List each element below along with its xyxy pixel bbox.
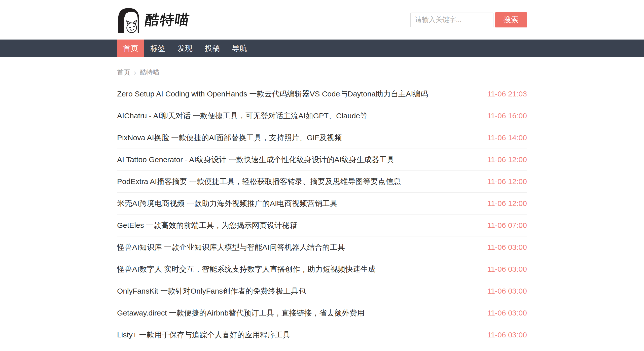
post-time: 11-06 03:00 [487, 265, 527, 273]
post-title-link[interactable]: AI Tattoo Generator - AI纹身设计 一款快速生成个性化纹身… [117, 155, 394, 165]
post-time: 11-06 14:00 [487, 133, 527, 142]
cat-logo-icon [117, 7, 140, 33]
post-title-link[interactable]: GetEles 一款高效的前端工具，为您揭示网页设计秘籍 [117, 220, 297, 231]
post-row: OnlyFansKit 一款针对OnlyFans创作者的免费终极工具包 11-0… [117, 280, 527, 302]
post-row: 米壳AI跨境电商视频 一款助力海外视频推广的AI电商视频营销工具 11-06 1… [117, 193, 527, 215]
breadcrumb-home-link[interactable]: 首页 [117, 68, 130, 77]
post-time: 11-06 03:00 [487, 287, 527, 295]
post-title-link[interactable]: Zero Setup AI Coding with OpenHands 一款云代… [117, 89, 428, 99]
post-title-link[interactable]: OnlyFansKit 一款针对OnlyFans创作者的免费终极工具包 [117, 286, 306, 296]
post-row: Getaway.direct 一款便捷的Airbnb替代预订工具，直接链接，省去… [117, 302, 527, 324]
post-list: Zero Setup AI Coding with OpenHands 一款云代… [117, 83, 527, 346]
post-title-link[interactable]: Getaway.direct 一款便捷的Airbnb替代预订工具，直接链接，省去… [117, 308, 365, 318]
post-row: AIChatru - AI聊天对话 一款便捷工具，可无登对话主流AI如GPT、C… [117, 105, 527, 127]
main-nav: 首页 标签 发现 投稿 导航 [0, 40, 644, 57]
post-row: PixNova AI换脸 一款便捷的AI面部替换工具，支持照片、GIF及视频 1… [117, 127, 527, 149]
post-title-link[interactable]: PixNova AI换脸 一款便捷的AI面部替换工具，支持照片、GIF及视频 [117, 133, 342, 143]
post-time: 11-06 03:00 [487, 309, 527, 317]
post-row: PodExtra AI播客摘要 一款便捷工具，轻松获取播客转录、摘要及思维导图等… [117, 171, 527, 193]
post-row: Listy+ 一款用于保存与追踪个人喜好的应用程序工具 11-06 03:00 [117, 324, 527, 346]
site-header: 酷特喵 搜索 [0, 0, 644, 40]
post-title-link[interactable]: 怪兽AI知识库 一款企业知识库大模型与智能AI问答机器人结合的工具 [117, 242, 345, 253]
post-time: 11-06 12:00 [487, 155, 527, 164]
breadcrumb: 首页 › 酷特喵 [117, 68, 527, 77]
post-title-link[interactable]: AIChatru - AI聊天对话 一款便捷工具，可无登对话主流AI如GPT、C… [117, 111, 368, 121]
post-row: AI Tattoo Generator - AI纹身设计 一款快速生成个性化纹身… [117, 149, 527, 171]
post-time: 11-06 07:00 [487, 221, 527, 230]
post-time: 11-06 16:00 [487, 112, 527, 120]
nav-item-home[interactable]: 首页 [117, 40, 144, 57]
search-button[interactable]: 搜索 [495, 12, 527, 27]
post-row: 怪兽AI知识库 一款企业知识库大模型与智能AI问答机器人结合的工具 11-06 … [117, 236, 527, 258]
post-time: 11-06 03:00 [487, 243, 527, 252]
post-time: 11-06 21:03 [487, 90, 527, 98]
breadcrumb-current: 酷特喵 [140, 68, 159, 77]
post-title-link[interactable]: Listy+ 一款用于保存与追踪个人喜好的应用程序工具 [117, 330, 290, 340]
post-time: 11-06 03:00 [487, 331, 527, 339]
nav-item-submit[interactable]: 投稿 [199, 40, 226, 57]
nav-item-discover[interactable]: 发现 [171, 40, 199, 57]
post-title-link[interactable]: 米壳AI跨境电商视频 一款助力海外视频推广的AI电商视频营销工具 [117, 198, 337, 209]
post-row: GetEles 一款高效的前端工具，为您揭示网页设计秘籍 11-06 07:00 [117, 215, 527, 236]
post-row: Zero Setup AI Coding with OpenHands 一款云代… [117, 83, 527, 105]
nav-item-tags[interactable]: 标签 [144, 40, 171, 57]
nav-item-navigation[interactable]: 导航 [226, 40, 253, 57]
chevron-right-icon: › [134, 69, 136, 76]
post-title-link[interactable]: 怪兽AI数字人 实时交互，智能系统支持数字人直播创作，助力短视频快速生成 [117, 264, 376, 274]
site-logo[interactable]: 酷特喵 [117, 7, 190, 33]
main-content: 首页 › 酷特喵 Zero Setup AI Coding with OpenH… [117, 68, 527, 346]
post-row: 怪兽AI数字人 实时交互，智能系统支持数字人直播创作，助力短视频快速生成 11-… [117, 258, 527, 280]
post-title-link[interactable]: PodExtra AI播客摘要 一款便捷工具，轻松获取播客转录、摘要及思维导图等… [117, 177, 401, 187]
post-time: 11-06 12:00 [487, 199, 527, 208]
post-time: 11-06 12:00 [487, 177, 527, 186]
search-input[interactable] [410, 13, 493, 27]
site-title: 酷特喵 [144, 10, 191, 29]
search-bar: 搜索 [410, 12, 527, 27]
